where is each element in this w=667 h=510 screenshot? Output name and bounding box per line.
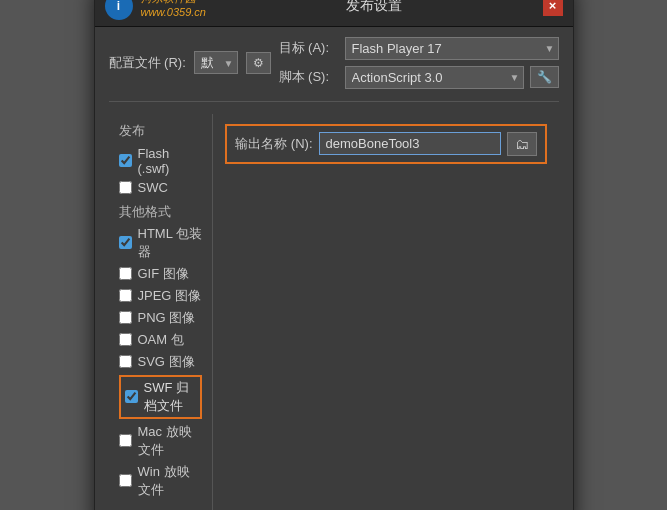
right-group: 目标 (A): Flash Player 17 ▼ 脚本 (S): Action…: [279, 37, 559, 89]
oam-label: OAM 包: [138, 331, 184, 349]
swc-checkbox[interactable]: [119, 181, 132, 194]
profile-gear-button[interactable]: ⚙: [246, 52, 271, 74]
swf-archive-checkbox[interactable]: [125, 390, 138, 403]
config-row: 配置文件 (R): 默认文件 ▼ ⚙ 目标 (A): Flash Player …: [109, 37, 559, 89]
png-image-item: PNG 图像: [119, 309, 203, 327]
flash-swf-checkbox[interactable]: [119, 154, 132, 167]
folder-button[interactable]: 🗂: [507, 132, 537, 156]
svg-label: SVG 图像: [138, 353, 195, 371]
flash-swf-label: Flash (.swf): [138, 146, 203, 176]
publish-section-label: 发布: [119, 122, 203, 140]
script-select-wrapper: ActionScript 3.0 ▼: [345, 66, 524, 89]
swf-archive-item: SWF 归档文件: [119, 375, 203, 419]
oam-checkbox[interactable]: [119, 333, 132, 346]
html-wrapper-checkbox[interactable]: [119, 236, 132, 249]
html-wrapper-label: HTML 包装器: [138, 225, 203, 261]
png-checkbox[interactable]: [119, 311, 132, 324]
flash-swf-item: Flash (.swf): [119, 146, 203, 176]
output-name-input[interactable]: [319, 132, 501, 155]
dialog-title: 发布设置: [346, 0, 402, 15]
win-projector-item: Win 放映文件: [119, 463, 203, 499]
gif-label: GIF 图像: [138, 265, 189, 283]
swc-item: SWC: [119, 180, 203, 195]
jpeg-label: JPEG 图像: [138, 287, 202, 305]
title-bar-left: i 河东软件园 www.0359.cn: [105, 0, 206, 20]
mac-projector-checkbox[interactable]: [119, 434, 132, 447]
jpeg-checkbox[interactable]: [119, 289, 132, 302]
gif-image-item: GIF 图像: [119, 265, 203, 283]
script-row: 脚本 (S): ActionScript 3.0 ▼ 🔧: [279, 66, 559, 89]
svg-image-item: SVG 图像: [119, 353, 203, 371]
dialog-body: 配置文件 (R): 默认文件 ▼ ⚙ 目标 (A): Flash Player …: [95, 27, 573, 511]
divider: [109, 101, 559, 102]
mac-projector-item: Mac 放映文件: [119, 423, 203, 459]
app-logo: i: [105, 0, 133, 20]
target-select[interactable]: Flash Player 17: [345, 37, 559, 60]
script-label: 脚本 (S):: [279, 68, 339, 86]
target-select-wrapper: Flash Player 17 ▼: [345, 37, 559, 60]
swf-archive-label: SWF 归档文件: [144, 379, 197, 415]
output-name-label: 输出名称 (N):: [235, 135, 312, 153]
publish-settings-dialog: i 河东软件园 www.0359.cn 发布设置 × 配置文件 (R): 默认文…: [94, 0, 574, 510]
swc-label: SWC: [138, 180, 168, 195]
mac-projector-label: Mac 放映文件: [138, 423, 203, 459]
right-panel: 输出名称 (N): 🗂: [213, 114, 558, 511]
close-button[interactable]: ×: [543, 0, 563, 16]
profile-select-wrapper: 默认文件 ▼: [194, 51, 238, 74]
jpeg-image-item: JPEG 图像: [119, 287, 203, 305]
logo-letter: i: [117, 0, 120, 13]
win-projector-label: Win 放映文件: [138, 463, 203, 499]
png-label: PNG 图像: [138, 309, 196, 327]
profile-select[interactable]: 默认文件: [194, 51, 238, 74]
gif-checkbox[interactable]: [119, 267, 132, 280]
target-row: 目标 (A): Flash Player 17 ▼: [279, 37, 559, 60]
script-select[interactable]: ActionScript 3.0: [345, 66, 524, 89]
svg-checkbox[interactable]: [119, 355, 132, 368]
win-projector-checkbox[interactable]: [119, 474, 132, 487]
target-label: 目标 (A):: [279, 39, 339, 57]
oam-item: OAM 包: [119, 331, 203, 349]
left-panel: 发布 Flash (.swf) SWC 其他格式 HTML 包装器 GIF 图像: [109, 114, 214, 511]
content-area: 发布 Flash (.swf) SWC 其他格式 HTML 包装器 GIF 图像: [109, 114, 559, 511]
html-wrapper-item: HTML 包装器: [119, 225, 203, 261]
output-name-row: 输出名称 (N): 🗂: [225, 124, 546, 164]
watermark-url: www.0359.cn: [141, 6, 206, 19]
script-settings-button[interactable]: 🔧: [530, 66, 559, 88]
title-bar: i 河东软件园 www.0359.cn 发布设置 ×: [95, 0, 573, 27]
profile-label: 配置文件 (R):: [109, 54, 186, 72]
other-formats-label: 其他格式: [119, 203, 203, 221]
